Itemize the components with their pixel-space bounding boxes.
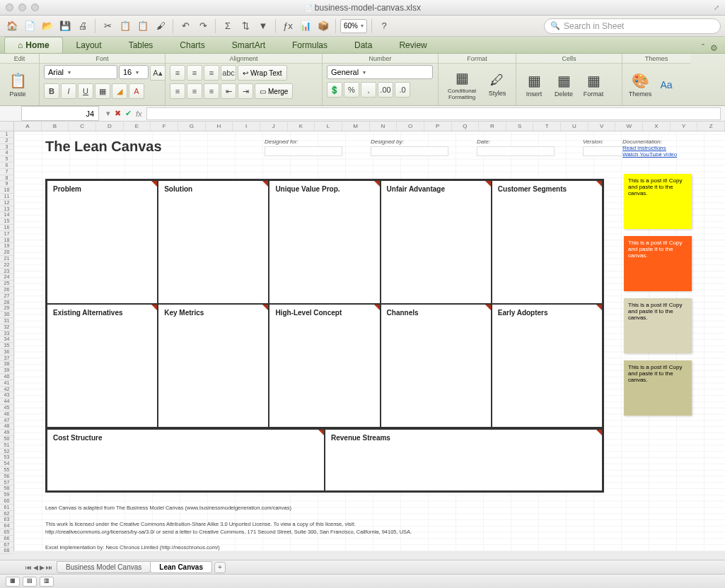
accept-formula-icon[interactable]: ✔ bbox=[125, 109, 132, 118]
cell-early[interactable]: Early Adopters bbox=[492, 304, 603, 428]
row-header[interactable]: 68 bbox=[0, 548, 13, 554]
row-header[interactable]: 23 bbox=[0, 269, 13, 275]
underline-button[interactable]: U bbox=[78, 83, 93, 99]
zoom-select[interactable]: 60% bbox=[340, 19, 367, 33]
cut-icon[interactable]: ✂ bbox=[100, 18, 115, 34]
row-header[interactable]: 65 bbox=[0, 529, 13, 536]
row-header[interactable]: 25 bbox=[0, 281, 13, 287]
undo-icon[interactable]: ↶ bbox=[178, 18, 193, 34]
percent-button[interactable]: % bbox=[344, 82, 359, 98]
row-header[interactable]: 6 bbox=[0, 163, 13, 169]
doc-link-instructions[interactable]: Read instructions bbox=[622, 145, 677, 151]
postit-yellow[interactable]: This is a post it! Copy and paste it to … bbox=[624, 174, 692, 229]
row-header[interactable]: 48 bbox=[0, 423, 13, 430]
row-header[interactable]: 15 bbox=[0, 218, 13, 225]
orientation-button[interactable]: abc bbox=[221, 65, 236, 81]
row-header[interactable]: 42 bbox=[0, 387, 13, 393]
decimal-decrease-button[interactable]: .0 bbox=[395, 82, 410, 98]
fill-color-button[interactable]: ◢ bbox=[112, 83, 127, 99]
row-header[interactable]: 56 bbox=[0, 474, 13, 480]
row-header[interactable]: 18 bbox=[0, 237, 13, 244]
cell-existing[interactable]: Existing Alternatives bbox=[47, 304, 158, 428]
row-header[interactable]: 49 bbox=[0, 430, 13, 436]
font-color-button[interactable]: A bbox=[129, 83, 144, 99]
sheet-tab-lean[interactable]: Lean Canvas bbox=[150, 561, 212, 573]
autosum-icon[interactable]: Σ bbox=[220, 18, 236, 34]
row-header[interactable]: 51 bbox=[0, 442, 13, 449]
row-header[interactable]: 5 bbox=[0, 156, 13, 163]
print-icon[interactable]: 🖨 bbox=[75, 18, 91, 34]
row-header[interactable]: 45 bbox=[0, 405, 13, 411]
row-header[interactable]: 64 bbox=[0, 523, 13, 529]
fx-label[interactable]: fx bbox=[136, 110, 142, 118]
row-header[interactable]: 24 bbox=[0, 274, 13, 281]
font-grow-icon[interactable]: A▴ bbox=[150, 65, 166, 81]
align-bottom-button[interactable]: ≡ bbox=[204, 65, 219, 81]
themes-button[interactable]: 🎨Themes bbox=[627, 66, 654, 104]
sheet-next-icon[interactable]: ▶ bbox=[40, 564, 45, 571]
postit-orange[interactable]: This is a post it! Copy and paste it to … bbox=[624, 236, 692, 291]
row-header[interactable]: 32 bbox=[0, 324, 13, 331]
cell-solution[interactable]: Solution bbox=[158, 180, 269, 304]
row-header[interactable]: 19 bbox=[0, 243, 13, 249]
row-header[interactable]: 14 bbox=[0, 212, 13, 218]
tab-review[interactable]: Review bbox=[385, 37, 440, 53]
row-header[interactable]: 47 bbox=[0, 418, 13, 424]
cell-uvp[interactable]: Unique Value Prop. bbox=[269, 180, 380, 304]
row-header[interactable]: 12 bbox=[0, 200, 13, 206]
home-icon[interactable]: 🏠 bbox=[4, 18, 20, 34]
row-header[interactable]: 40 bbox=[0, 374, 13, 380]
row-header[interactable]: 37 bbox=[0, 355, 13, 362]
sheet-tab-bmc[interactable]: Business Model Canvas bbox=[57, 561, 151, 573]
row-header[interactable]: 21 bbox=[0, 256, 13, 262]
settings-gear-icon[interactable]: ⚙ bbox=[710, 43, 718, 53]
align-left-button[interactable]: ≡ bbox=[170, 83, 185, 99]
row-header[interactable]: 46 bbox=[0, 411, 13, 418]
row-header[interactable]: 41 bbox=[0, 380, 13, 387]
add-sheet-button[interactable]: + bbox=[214, 562, 226, 573]
copy-icon[interactable]: 📋 bbox=[117, 18, 133, 34]
new-icon[interactable]: 📄 bbox=[22, 18, 37, 34]
indent-decrease-button[interactable]: ⇤ bbox=[221, 83, 236, 99]
sort-icon[interactable]: ⇅ bbox=[238, 18, 253, 34]
wrap-text-button[interactable]: ↩Wrap Text bbox=[238, 65, 287, 81]
sheet-prev-icon[interactable]: ◀ bbox=[33, 564, 38, 571]
row-header[interactable]: 44 bbox=[0, 399, 13, 405]
align-right-button[interactable]: ≡ bbox=[204, 83, 219, 99]
cell-unfair[interactable]: Unfair Advantage bbox=[381, 180, 492, 304]
styles-button[interactable]: 🖊Styles bbox=[484, 66, 511, 104]
row-header[interactable]: 63 bbox=[0, 517, 13, 523]
row-header[interactable]: 35 bbox=[0, 343, 13, 349]
row-header[interactable]: 52 bbox=[0, 449, 13, 455]
cell-metrics[interactable]: Key Metrics bbox=[158, 304, 269, 428]
row-header[interactable]: 43 bbox=[0, 392, 13, 399]
conditional-formatting-button[interactable]: ▦Conditional Formatting bbox=[443, 66, 481, 104]
paste-button[interactable]: 📋Paste bbox=[4, 66, 31, 104]
row-header[interactable]: 20 bbox=[0, 249, 13, 256]
align-middle-button[interactable]: ≡ bbox=[187, 65, 202, 81]
help-icon[interactable]: ? bbox=[376, 18, 392, 34]
row-header[interactable]: 13 bbox=[0, 206, 13, 213]
row-header[interactable]: 2 bbox=[0, 138, 13, 144]
save-icon[interactable]: 💾 bbox=[57, 18, 73, 34]
row-header[interactable]: 17 bbox=[0, 231, 13, 237]
row-header[interactable]: 67 bbox=[0, 542, 13, 548]
row-header[interactable]: 60 bbox=[0, 498, 13, 505]
postit-tan[interactable]: This is a post it! Copy and paste it to … bbox=[624, 298, 692, 353]
row-header[interactable]: 38 bbox=[0, 361, 13, 368]
row-header[interactable]: 55 bbox=[0, 467, 13, 474]
row-header[interactable]: 10 bbox=[0, 187, 13, 194]
row-header[interactable]: 22 bbox=[0, 262, 13, 269]
paste-icon[interactable]: 📋 bbox=[135, 18, 151, 34]
tab-tables[interactable]: Tables bbox=[115, 37, 167, 53]
chart-icon[interactable]: 📊 bbox=[298, 18, 313, 34]
tab-formulas[interactable]: Formulas bbox=[279, 37, 341, 53]
comma-button[interactable]: , bbox=[361, 82, 376, 98]
row-header[interactable]: 59 bbox=[0, 492, 13, 498]
currency-button[interactable]: 💲 bbox=[327, 82, 342, 98]
decimal-increase-button[interactable]: .00 bbox=[378, 82, 393, 98]
page-layout-view-button[interactable]: ▤ bbox=[23, 577, 37, 587]
row-header[interactable]: 36 bbox=[0, 349, 13, 355]
format-cells-button[interactable]: ▦Format bbox=[580, 66, 607, 104]
italic-button[interactable]: I bbox=[61, 83, 76, 99]
